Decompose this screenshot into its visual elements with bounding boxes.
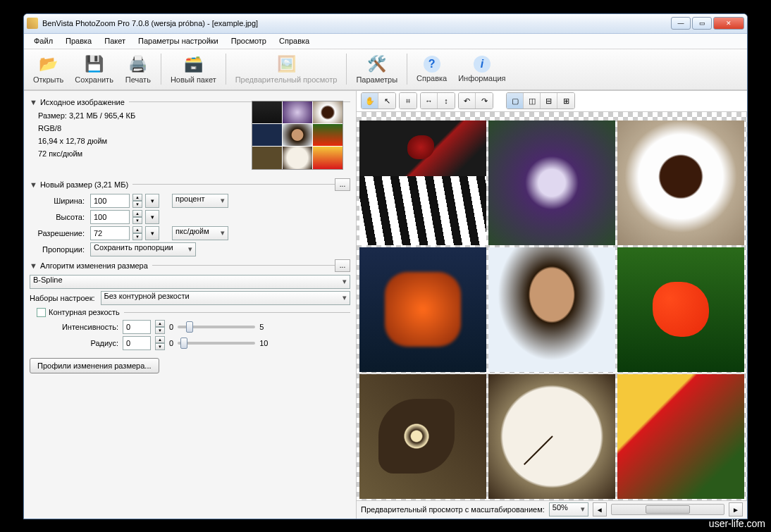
height-spinner[interactable]: ▲▼ [132,210,142,224]
menubar: Файл Правка Пакет Параметры настройки Пр… [24,34,747,49]
pointer-icon: ↖ [384,97,390,106]
newsize-label: Новый размер (3,21 МБ) [40,180,128,189]
collapse-icon: ▼ [30,180,37,189]
hand-tool[interactable]: ✋ [362,93,378,109]
resolution-dropdown-button[interactable]: ▾ [145,226,159,240]
contour-section: Контурная резкость [37,308,350,317]
split-v-icon: ⊟ [545,97,552,106]
new-batch-button[interactable]: 🗃️ Новый пакет [166,51,221,87]
toolbar-sep [346,54,347,85]
newsize-section-header[interactable]: ▼ Новый размер (3,21 МБ) ... [30,178,350,191]
menu-settings[interactable]: Параметры настройки [132,35,224,47]
algo-section-header[interactable]: ▼ Алгоритм изменения размера ... [30,259,350,272]
view-single-icon: ▢ [512,97,519,106]
info-icon: i [474,56,491,73]
menu-file[interactable]: Файл [28,35,58,47]
close-button[interactable]: ✕ [713,17,744,30]
radius-max: 10 [259,339,268,347]
view-single-button[interactable]: ▢ [507,93,524,109]
algorithm-combo[interactable]: B-Spline [30,275,350,289]
view-split-both-button[interactable]: ⊞ [557,93,574,109]
scroll-left-button[interactable]: ◄ [593,502,607,516]
scroll-right-button[interactable]: ► [729,502,743,516]
collapse-icon: ▼ [30,261,37,270]
minimize-button[interactable]: — [671,17,691,30]
pointer-tool[interactable]: ↖ [378,93,395,109]
contour-label: Контурная резкость [49,308,120,316]
rotate-cw-button[interactable]: ↷ [476,93,493,109]
info-button[interactable]: i Информация [453,51,510,87]
intensity-min: 0 [169,323,173,331]
window-title: BenVista PhotoZoom Pro 7.0.8 (wersja pró… [42,19,671,27]
source-thumbnail[interactable] [252,101,343,170]
width-input[interactable] [90,194,130,208]
preview-button[interactable]: 🖼️ Предварительный просмотр [230,51,343,87]
content: ▼ Исходное изображение Размер: 3,21 МБ /… [24,90,747,519]
contour-checkbox[interactable] [37,308,46,317]
view-split-h-button[interactable]: ◫ [524,93,541,109]
height-input[interactable] [90,210,130,224]
radius-input[interactable] [123,336,151,350]
view-split-v-button[interactable]: ⊟ [541,93,557,109]
radius-slider[interactable] [178,342,255,345]
intensity-spinner[interactable]: ▲▼ [155,320,165,334]
radius-min: 0 [169,339,173,347]
zoom-label: Предварительный просмотр с масштабирован… [361,505,545,514]
radius-spinner[interactable]: ▲▼ [155,336,165,350]
preview-cell [488,247,615,372]
split-both-icon: ⊞ [563,97,569,106]
intensity-slider[interactable] [178,326,255,328]
rotate-ccw-button[interactable]: ↶ [459,93,476,109]
menu-edit[interactable]: Правка [60,35,97,47]
preview-toolbar: ✋ ↖ ⌗ ↔ ↕ ↶ ↷ ▢ ◫ ⊟ [357,91,747,112]
presets-combo[interactable]: Без контурной резкости [101,291,350,305]
width-label: Ширина: [30,197,87,205]
menu-view[interactable]: Просмотр [226,35,272,47]
flip-v-button[interactable]: ↕ [438,93,455,109]
params-button[interactable]: 🛠️ Параметры [351,51,402,87]
preview-cell [488,120,615,245]
flip-h-button[interactable]: ↔ [421,93,438,109]
watermark: user-life.com [709,518,765,529]
preview-cell [617,120,744,245]
open-button[interactable]: 📂 Открыть [28,51,68,87]
preview-cell [488,374,615,499]
preview-cell [617,374,744,499]
crop-tool[interactable]: ⌗ [400,93,417,109]
preview-cell [359,374,486,499]
titlebar[interactable]: BenVista PhotoZoom Pro 7.0.8 (wersja pró… [24,14,747,34]
preview-statusbar: Предварительный просмотр с масштабирован… [357,500,747,519]
algo-options-button[interactable]: ... [335,259,350,272]
height-label: Высота: [30,213,87,221]
newsize-options-button[interactable]: ... [335,178,350,191]
menu-batch[interactable]: Пакет [99,35,131,47]
image-icon: 🖼️ [276,54,296,74]
intensity-input[interactable] [123,320,151,334]
algo-label: Алгоритм изменения размера [40,261,148,270]
zoom-combo[interactable]: 50% [549,502,588,516]
preview-area[interactable] [357,112,747,500]
floppy-icon: 💾 [85,54,104,74]
maximize-button[interactable]: ▭ [692,17,712,30]
save-button[interactable]: 💾 Сохранить [70,51,118,87]
resolution-unit-combo[interactable]: пкс/дюйм [172,226,228,240]
toolbar-sep [161,54,161,85]
width-spinner[interactable]: ▲▼ [132,194,142,208]
resolution-spinner[interactable]: ▲▼ [132,226,142,240]
resize-profiles-button[interactable]: Профили изменения размера... [30,358,159,373]
preview-cell [359,120,486,245]
width-dropdown-button[interactable]: ▾ [145,194,159,208]
tools-icon: 🛠️ [367,54,387,74]
proportions-combo[interactable]: Сохранить пропорции [90,242,196,256]
print-button[interactable]: 🖨️ Печать [120,51,156,87]
unit-combo[interactable]: процент [172,194,228,208]
height-dropdown-button[interactable]: ▾ [145,210,159,224]
toolbar-sep [407,54,407,85]
help-icon: ? [424,56,440,73]
resolution-input[interactable] [90,226,130,240]
help-button[interactable]: ? Справка [412,51,452,87]
source-label: Исходное изображение [40,98,125,106]
menu-help[interactable]: Справка [273,35,315,47]
preview-image [359,120,744,499]
horizontal-scrollbar[interactable] [611,504,724,515]
